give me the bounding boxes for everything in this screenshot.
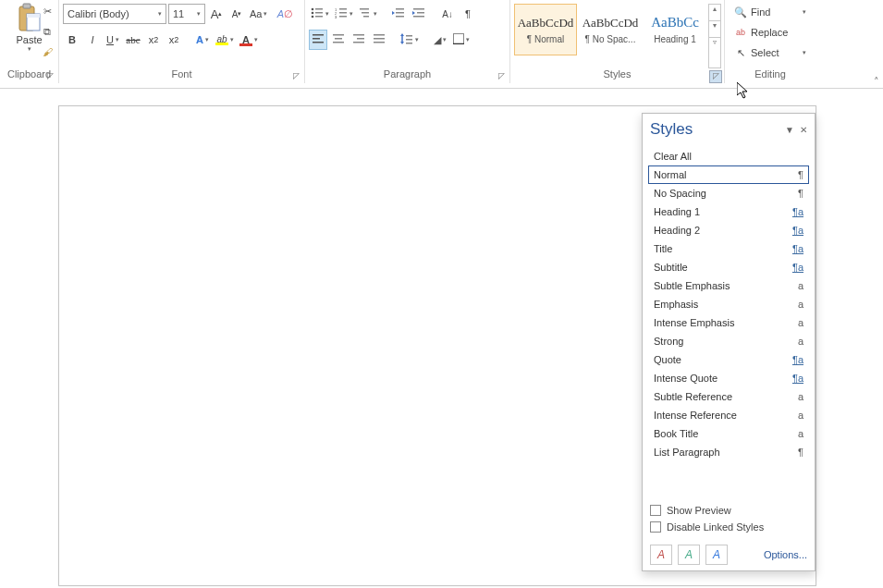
collapse-ribbon-button[interactable]: ˄ [874, 76, 879, 88]
align-right-button[interactable] [350, 30, 368, 50]
svg-rect-43 [406, 43, 412, 44]
borders-button[interactable] [451, 30, 472, 50]
svg-rect-33 [353, 34, 364, 36]
outdent-icon [392, 7, 405, 20]
gallery-scroll[interactable]: ▴▾▿ [708, 4, 721, 68]
group-paragraph: 123 A↓ ¶ ◢ Paragraph ◸ [305, 0, 510, 83]
copy-button[interactable]: ⧉ [39, 23, 55, 40]
font-size-combo[interactable]: 11▾ [168, 4, 205, 24]
style-inspector-button[interactable]: A [678, 545, 700, 565]
svg-rect-29 [313, 42, 324, 43]
inspector-icon: A [685, 548, 693, 561]
style-list-item[interactable]: Title¶a [648, 239, 809, 258]
manage-styles-button[interactable]: A [705, 545, 728, 565]
pane-close-button[interactable]: ✕ [800, 125, 807, 135]
subscript-button[interactable]: x2 [144, 30, 163, 50]
styles-pane-list: Clear All Normal¶No Spacing¶Heading 1¶aH… [648, 147, 809, 461]
font-size-value: 11 [173, 8, 184, 19]
paragraph-dialog-launcher[interactable]: ◸ [495, 70, 508, 83]
align-center-button[interactable] [329, 30, 348, 50]
align-left-button[interactable] [309, 30, 327, 50]
svg-rect-23 [413, 8, 424, 10]
sort-icon: A↓ [442, 9, 453, 19]
styles-pane: Styles ▼ ✕ Clear All Normal¶No Spacing¶H… [642, 113, 816, 571]
svg-rect-27 [313, 34, 324, 36]
superscript-button[interactable]: x2 [165, 30, 183, 50]
justify-button[interactable] [370, 30, 388, 50]
sort-button[interactable]: A↓ [438, 4, 457, 24]
highlight-button[interactable]: ab [214, 30, 236, 50]
svg-rect-19 [396, 8, 404, 10]
svg-rect-24 [417, 12, 424, 14]
increase-indent-button[interactable] [410, 4, 428, 24]
svg-rect-30 [333, 34, 344, 36]
find-button[interactable]: 🔍Find▾ [729, 2, 812, 22]
clear-all-item[interactable]: Clear All [648, 147, 809, 165]
text-effects-button[interactable]: A [193, 30, 212, 50]
style-list-item[interactable]: Stronga [648, 332, 809, 350]
line-spacing-button[interactable] [399, 30, 421, 50]
style-list-item[interactable]: Subtle Referencea [648, 387, 809, 406]
brush-icon: 🖌 [43, 46, 53, 57]
style-list-item[interactable]: Book Titlea [648, 424, 809, 443]
svg-rect-42 [406, 39, 412, 41]
svg-rect-41 [406, 35, 412, 37]
font-dialog-launcher[interactable]: ◸ [289, 70, 302, 83]
ribbon: Paste ▾ ✂ ⧉ 🖌 Clipboard ◸ Calibri (Body)… [0, 0, 883, 89]
svg-rect-18 [363, 16, 369, 18]
indent-icon [412, 7, 425, 20]
numbering-button[interactable]: 123 [333, 4, 355, 24]
pilcrow-icon: ¶ [465, 8, 471, 19]
format-painter-button[interactable]: 🖌 [39, 43, 55, 60]
clipboard-dialog-launcher[interactable]: ◸ [43, 70, 56, 83]
svg-rect-16 [360, 8, 369, 10]
select-button[interactable]: ↖Select▾ [729, 43, 812, 63]
underline-button[interactable]: U [104, 30, 122, 50]
disable-linked-checkbox[interactable]: Disable Linked Styles [650, 519, 807, 535]
clear-formatting-button[interactable]: A∅ [271, 4, 289, 24]
font-name-combo[interactable]: Calibri (Body)▾ [63, 4, 166, 24]
font-color-button[interactable]: A [238, 30, 260, 50]
style-list-item[interactable]: List Paragraph¶ [648, 443, 809, 461]
style-card[interactable]: AaBbCcDd¶ Normal [514, 4, 577, 55]
style-list-item[interactable]: Heading 1¶a [648, 202, 809, 221]
pane-menu-button[interactable]: ▼ [785, 125, 794, 135]
replace-button[interactable]: abReplace [729, 22, 812, 43]
strikethrough-button[interactable]: abc [124, 30, 142, 50]
cut-button[interactable]: ✂ [39, 3, 55, 19]
style-list-item[interactable]: Heading 2¶a [648, 221, 809, 239]
style-list-item[interactable]: Subtle Emphasisa [648, 276, 809, 295]
style-list-item[interactable]: No Spacing¶ [648, 184, 809, 202]
style-list-item[interactable]: Intense Emphasisa [648, 313, 809, 332]
decrease-indent-button[interactable] [389, 4, 408, 24]
bullets-button[interactable] [309, 4, 331, 24]
bold-button[interactable]: B [63, 30, 81, 50]
new-style-button[interactable]: A [650, 545, 672, 565]
styles-dialog-launcher[interactable]: ◸ [709, 70, 722, 83]
justify-icon [373, 33, 386, 46]
grow-font-button[interactable]: A▴ [207, 4, 226, 24]
group-label-styles: Styles [604, 68, 632, 80]
show-marks-button[interactable]: ¶ [459, 4, 477, 24]
svg-rect-31 [335, 38, 342, 40]
svg-point-6 [312, 12, 314, 15]
show-preview-checkbox[interactable]: Show Preview [650, 502, 807, 519]
styles-options-link[interactable]: Options... [764, 549, 807, 560]
style-list-item[interactable]: Quote¶a [648, 350, 809, 369]
bullets-icon [311, 7, 324, 20]
style-list-item[interactable]: Emphasisa [648, 295, 809, 313]
group-font: Calibri (Body)▾ 11▾ A▴ A▾ Aa A∅ B I U ab… [59, 0, 305, 83]
style-card[interactable]: AaBbCcDd¶ No Spac... [579, 4, 642, 55]
style-list-item[interactable]: Intense Referencea [648, 406, 809, 424]
italic-button[interactable]: I [83, 30, 102, 50]
multilevel-button[interactable] [357, 4, 379, 24]
style-list-item[interactable]: Subtitle¶a [648, 258, 809, 276]
shading-button[interactable]: ◢ [431, 30, 449, 50]
style-card[interactable]: AaBbCcHeading 1 [644, 4, 706, 55]
style-list-item[interactable]: Intense Quote¶a [648, 369, 809, 387]
change-case-button[interactable]: Aa [248, 4, 269, 24]
styles-gallery: AaBbCcDd¶ NormalAaBbCcDd¶ No Spac...AaBb… [514, 4, 721, 68]
svg-rect-3 [27, 14, 40, 18]
shrink-font-button[interactable]: A▾ [227, 4, 246, 24]
style-list-item[interactable]: Normal¶ [648, 165, 809, 184]
